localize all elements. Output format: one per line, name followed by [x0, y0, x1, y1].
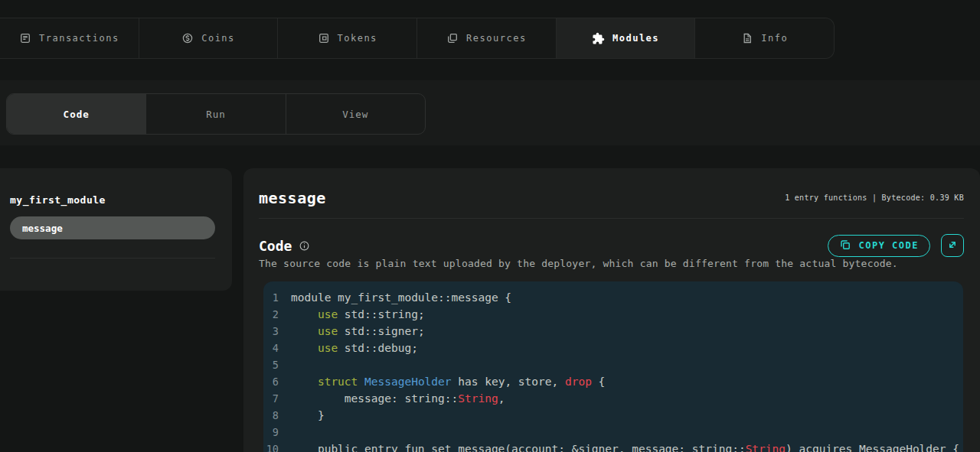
copy-code-label: COPY CODE: [858, 240, 919, 251]
modules-icon: [592, 32, 605, 45]
nav-tab-modules[interactable]: Modules: [557, 18, 696, 58]
line-number: 2: [263, 306, 279, 323]
code-line: 4 use std::debug;: [263, 340, 963, 356]
expand-code-button[interactable]: [941, 234, 964, 257]
section-description: The source code is plain text uploaded b…: [259, 258, 898, 269]
code-line: 9: [263, 424, 963, 441]
module-explorer-page: TransactionsCoinsTokensResourcesModulesI…: [0, 0, 980, 452]
line-number: 6: [263, 373, 279, 390]
sidebar-item-message[interactable]: message: [10, 216, 215, 239]
info-icon: [741, 32, 753, 44]
code-line: 2 use std::string;: [263, 306, 963, 323]
nav-tab-transactions[interactable]: Transactions: [0, 18, 139, 58]
code-line: 10 public entry fun set_message(account:…: [263, 441, 963, 452]
section-heading: Code: [259, 238, 292, 254]
code-line: 6 struct MessageHolder has key, store, d…: [263, 373, 963, 390]
line-number: 3: [263, 323, 279, 340]
transactions-icon: [19, 32, 31, 44]
line-number: 10: [263, 441, 279, 452]
code-line: 1module my_first_module::message {: [263, 289, 963, 306]
sub-tab-label: View: [342, 109, 368, 120]
sub-tab-label: Run: [206, 109, 226, 120]
nav-tab-label: Info: [761, 33, 788, 44]
module-tabs: CodeRunView: [6, 93, 426, 135]
line-content: }: [291, 407, 325, 424]
header-divider: [259, 218, 964, 219]
line-number: 9: [263, 424, 279, 441]
copy-code-button[interactable]: COPY CODE: [828, 235, 930, 257]
sub-tab-run[interactable]: Run: [146, 94, 286, 134]
line-number: 8: [263, 407, 279, 424]
nav-tab-resources[interactable]: Resources: [417, 18, 557, 58]
code-line: 3 use std::signer;: [263, 323, 963, 340]
line-content: struct MessageHolder has key, store, dro…: [291, 373, 605, 390]
info-icon[interactable]: [299, 240, 310, 252]
top-nav: TransactionsCoinsTokensResourcesModulesI…: [0, 18, 835, 59]
line-number: 1: [263, 289, 279, 306]
line-content: use std::string;: [291, 306, 425, 323]
nav-tab-coins[interactable]: Coins: [139, 18, 279, 58]
sub-tab-code[interactable]: Code: [7, 94, 146, 134]
line-content: use std::debug;: [291, 340, 418, 356]
resources-icon: [446, 32, 459, 44]
sub-tab-view[interactable]: View: [286, 94, 425, 134]
nav-tab-label: Transactions: [39, 33, 119, 44]
sub-tab-label: Code: [64, 109, 90, 120]
nav-tab-label: Tokens: [338, 33, 377, 44]
module-meta: 1 entry functions | Bytecode: 0.39 KB: [785, 193, 964, 202]
module-name: my_first_module: [10, 194, 106, 206]
line-content: module my_first_module::message {: [291, 289, 511, 306]
tokens-icon: [318, 32, 330, 44]
nav-tab-info[interactable]: Info: [695, 18, 834, 58]
code-line: 8 }: [263, 407, 963, 424]
module-sidebar: my_first_module message: [0, 168, 232, 291]
line-number: 7: [263, 390, 279, 407]
expand-icon: [946, 239, 959, 253]
line-content: message: string::String,: [291, 390, 505, 407]
code-line: 7 message: string::String,: [263, 390, 963, 407]
module-list: message: [10, 216, 215, 239]
nav-tab-label: Resources: [466, 33, 527, 44]
coins-icon: [181, 32, 194, 44]
nav-tab-tokens[interactable]: Tokens: [278, 18, 417, 58]
nav-tab-label: Modules: [612, 33, 659, 44]
code-section-title: Code: [259, 238, 310, 254]
module-tabs-band: CodeRunView: [0, 80, 980, 145]
code-section-header: Code COPY CODE: [259, 234, 964, 257]
line-number: 5: [263, 356, 279, 373]
module-detail-card: message 1 entry functions | Bytecode: 0.…: [243, 168, 980, 452]
source-code-viewer[interactable]: 1module my_first_module::message {2 use …: [263, 281, 963, 452]
code-line: 5: [263, 356, 963, 373]
line-number: 4: [263, 340, 279, 356]
copy-icon: [839, 239, 851, 253]
code-actions: COPY CODE: [828, 234, 964, 257]
line-content: use std::signer;: [291, 323, 425, 340]
page-title: message: [259, 189, 326, 207]
sidebar-divider: [10, 258, 215, 259]
sidebar-item-label: message: [22, 223, 63, 234]
line-content: public entry fun set_message(account: &s…: [291, 441, 959, 452]
nav-tab-label: Coins: [201, 33, 235, 44]
